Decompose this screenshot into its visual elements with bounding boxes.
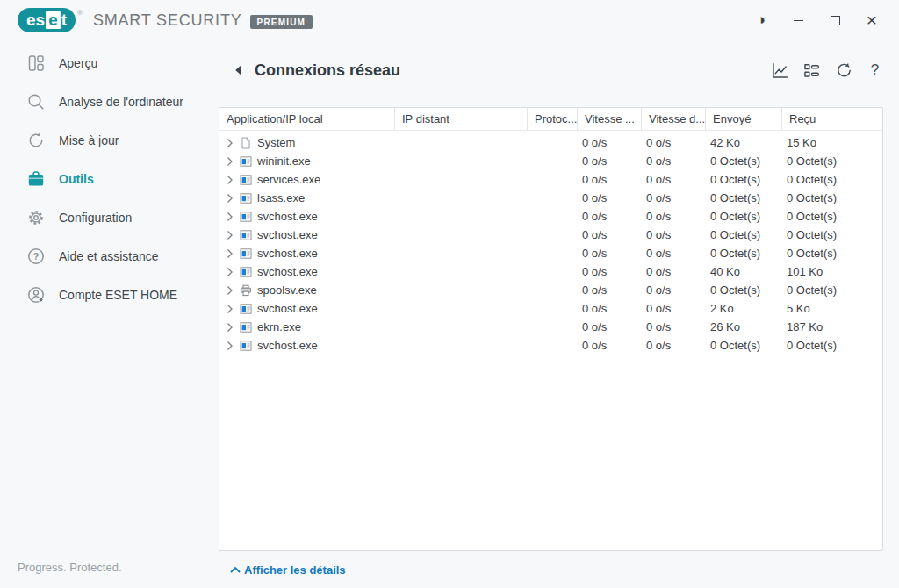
table-row[interactable]: System0 o/s0 o/s42 Ko15 Ko <box>219 133 882 152</box>
theme-toggle-icon[interactable]: ◑ <box>743 6 780 34</box>
expand-chevron-icon[interactable] <box>227 156 234 167</box>
application-cell: services.exe <box>219 173 394 186</box>
sidebar-item-setup[interactable]: Configuration <box>0 198 218 237</box>
expand-chevron-icon[interactable] <box>227 212 234 222</box>
expand-chevron-icon[interactable] <box>227 175 234 185</box>
table-row[interactable]: svchost.exe0 o/s0 o/s2 Ko5 Ko <box>219 299 882 318</box>
process-name: svchost.exe <box>257 339 318 352</box>
process-name: svchost.exe <box>257 265 318 278</box>
refresh-icon[interactable] <box>833 61 853 81</box>
help-icon[interactable]: ? <box>865 61 885 81</box>
column-header-3[interactable]: Vitesse ... <box>577 108 641 130</box>
app-icon <box>240 211 253 223</box>
vitesse-1-cell: 0 o/s <box>577 247 641 260</box>
expand-chevron-icon[interactable] <box>227 230 234 240</box>
envoye-cell: 40 Ko <box>705 265 781 278</box>
sidebar-item-update[interactable]: Mise à jour <box>0 121 218 160</box>
table-row[interactable]: svchost.exe0 o/s0 o/s0 Octet(s)0 Octet(s… <box>219 226 882 244</box>
vitesse-1-cell: 0 o/s <box>577 320 641 333</box>
application-cell: svchost.exe <box>219 339 394 352</box>
sidebar-item-label: Analyse de l'ordinateur <box>59 95 183 109</box>
window-controls: ◑ × <box>743 6 890 34</box>
table-row[interactable]: wininit.exe0 o/s0 o/s0 Octet(s)0 Octet(s… <box>219 152 882 170</box>
close-icon[interactable]: × <box>853 6 890 34</box>
application-cell: svchost.exe <box>219 265 394 278</box>
vitesse-2-cell: 0 o/s <box>641 247 705 260</box>
expand-chevron-icon[interactable] <box>227 304 234 314</box>
recu-cell: 15 Ko <box>781 136 859 149</box>
vitesse-1-cell: 0 o/s <box>577 265 641 278</box>
recu-cell: 5 Ko <box>781 302 859 315</box>
process-name: ekrn.exe <box>257 320 301 333</box>
recu-cell: 187 Ko <box>781 320 859 333</box>
column-header-6[interactable]: Reçu <box>781 108 859 130</box>
expand-chevron-icon[interactable] <box>227 248 234 259</box>
application-cell: ekrn.exe <box>219 320 394 333</box>
app-icon <box>240 192 253 204</box>
table-row[interactable]: svchost.exe0 o/s0 o/s40 Ko101 Ko <box>219 262 882 281</box>
product-name: SMART SECURITY <box>93 11 242 30</box>
collapse-caret-icon <box>230 567 241 573</box>
process-name: services.exe <box>257 173 320 186</box>
table-row[interactable]: services.exe0 o/s0 o/s0 Octet(s)0 Octet(… <box>219 170 882 189</box>
table-row[interactable]: svchost.exe0 o/s0 o/s0 Octet(s)0 Octet(s… <box>219 244 882 262</box>
vitesse-1-cell: 0 o/s <box>577 228 641 241</box>
recu-cell: 0 Octet(s) <box>781 210 859 223</box>
table-row[interactable]: ekrn.exe0 o/s0 o/s26 Ko187 Ko <box>219 318 882 336</box>
envoye-cell: 2 Ko <box>705 302 781 315</box>
sidebar-item-label: Aide et assistance <box>59 249 159 263</box>
envoye-cell: 0 Octet(s) <box>705 247 781 260</box>
file-icon <box>240 137 253 149</box>
table-row[interactable]: lsass.exe0 o/s0 o/s0 Octet(s)0 Octet(s) <box>219 189 882 207</box>
printer-icon <box>240 284 253 297</box>
recu-cell: 0 Octet(s) <box>781 154 859 168</box>
envoye-cell: 0 Octet(s) <box>705 228 781 241</box>
app-icon <box>240 247 253 260</box>
tools-icon <box>26 169 46 189</box>
sidebar-item-eset-home-account[interactable]: Compte ESET HOME <box>0 276 218 314</box>
column-header-0[interactable]: Application/IP local <box>219 108 394 130</box>
expand-chevron-icon[interactable] <box>227 138 234 148</box>
process-name: System <box>257 136 295 149</box>
back-arrow-icon[interactable] <box>234 65 247 75</box>
table-row[interactable]: spoolsv.exe0 o/s0 o/s0 Octet(s)0 Octet(s… <box>219 281 882 299</box>
update-icon <box>26 131 46 150</box>
vitesse-1-cell: 0 o/s <box>577 339 641 352</box>
column-header-2[interactable]: Protoc... <box>527 108 577 130</box>
expand-chevron-icon[interactable] <box>227 341 234 351</box>
show-details-toggle[interactable]: Afficher les détails <box>230 563 346 577</box>
page-title: Connexions réseau <box>255 61 400 80</box>
sidebar-item-overview[interactable]: Aperçu <box>0 44 218 82</box>
activity-chart-icon[interactable] <box>770 61 790 81</box>
expand-chevron-icon[interactable] <box>227 193 234 204</box>
table-row[interactable]: svchost.exe0 o/s0 o/s0 Octet(s)0 Octet(s… <box>219 207 882 226</box>
vitesse-2-cell: 0 o/s <box>641 173 705 186</box>
recu-cell: 0 Octet(s) <box>781 228 859 241</box>
column-header-4[interactable]: Vitesse d... <box>641 108 705 130</box>
column-header-7[interactable] <box>859 108 882 130</box>
process-name: lsass.exe <box>257 191 305 204</box>
table-header-row: Application/IP localIP distantProtoc...V… <box>219 108 882 131</box>
sidebar-item-help[interactable]: ? Aide et assistance <box>0 237 218 276</box>
application-cell: lsass.exe <box>219 191 394 204</box>
expand-chevron-icon[interactable] <box>227 285 234 296</box>
process-name: svchost.exe <box>257 228 318 241</box>
envoye-cell: 26 Ko <box>705 320 781 333</box>
maximize-icon[interactable] <box>816 6 853 34</box>
expand-chevron-icon[interactable] <box>227 267 234 277</box>
app-icon <box>240 174 253 186</box>
process-name: svchost.exe <box>257 247 318 260</box>
sidebar-item-computer-scan[interactable]: Analyse de l'ordinateur <box>0 82 218 121</box>
column-header-5[interactable]: Envoyé <box>705 108 781 130</box>
details-view-icon[interactable] <box>802 61 822 81</box>
recu-cell: 0 Octet(s) <box>781 173 859 186</box>
minimize-icon[interactable] <box>780 6 816 34</box>
column-header-1[interactable]: IP distant <box>394 108 527 130</box>
sidebar-item-tools[interactable]: Outils <box>0 160 218 198</box>
expand-chevron-icon[interactable] <box>227 322 234 333</box>
logo-text-left: es <box>26 11 45 30</box>
table-row[interactable]: svchost.exe0 o/s0 o/s0 Octet(s)0 Octet(s… <box>219 336 882 355</box>
page-header: Connexions réseau ? <box>218 54 885 86</box>
app-icon <box>240 340 253 352</box>
application-cell: spoolsv.exe <box>219 283 394 297</box>
